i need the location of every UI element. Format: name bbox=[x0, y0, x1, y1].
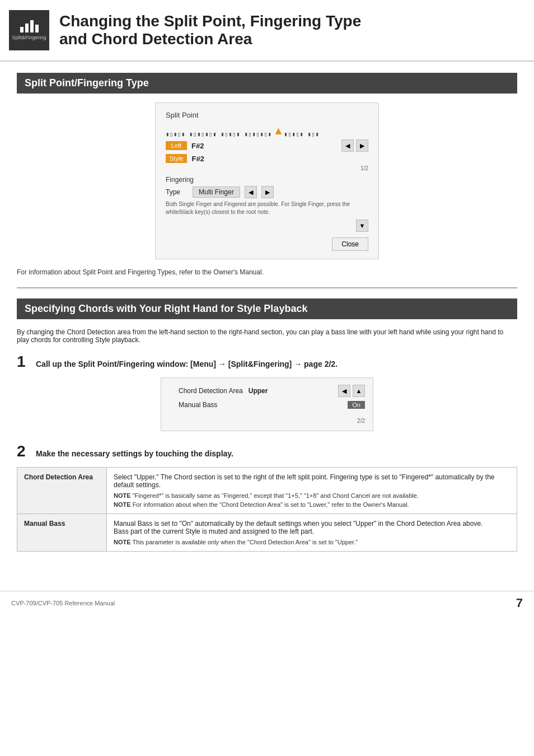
step2-number: 2 bbox=[17, 442, 28, 460]
step2-section: 2 Make the necessary settings by touchin… bbox=[17, 442, 517, 552]
left-split-row: Left F#2 ◀ ▶ bbox=[166, 139, 368, 152]
fingering-type-row: Type Multi Finger ◀ ▶ bbox=[166, 186, 368, 198]
bar2 bbox=[25, 24, 29, 32]
bar3 bbox=[30, 20, 34, 32]
separator bbox=[17, 287, 517, 288]
note2-chord: NOTE For information about when the "Cho… bbox=[114, 501, 510, 508]
icon-label: Split&Fingering bbox=[12, 35, 46, 41]
step2-description: Make the necessary settings by touching … bbox=[36, 449, 233, 458]
chord-detection-label: Chord Detection Area bbox=[179, 387, 243, 395]
up-arrow-btn[interactable]: ▲ bbox=[353, 385, 365, 397]
main-content: Split Point/Fingering Type Split Point ▮… bbox=[0, 62, 534, 574]
chord-detection-value: Upper bbox=[249, 387, 268, 395]
bar1 bbox=[20, 27, 24, 32]
title-line2: and Chord Detection Area bbox=[59, 30, 361, 48]
manual-bass-label: Manual Bass bbox=[179, 401, 217, 409]
step2-header: 2 Make the necessary settings by touchin… bbox=[17, 442, 517, 460]
desc-manual-bass: Manual Bass is set to "On" automatically… bbox=[107, 514, 517, 552]
type-nav-prev[interactable]: ◀ bbox=[245, 186, 257, 198]
split-point-title: Split Point bbox=[166, 111, 368, 119]
left-nav-next[interactable]: ▶ bbox=[356, 139, 368, 152]
param-chord-detection: Chord Detection Area bbox=[17, 468, 107, 514]
title-line1: Changing the Split Point, Fingering Type bbox=[59, 12, 361, 30]
fingering-section: Fingering Type Multi Finger ◀ ▶ Both Sin… bbox=[166, 176, 368, 216]
note1-manualbass: NOTE This parameter is available only wh… bbox=[114, 539, 510, 545]
page-number: 7 bbox=[516, 596, 523, 610]
style-value: F#2 bbox=[191, 155, 214, 163]
left-nav-prev[interactable]: ◀ bbox=[341, 139, 354, 152]
page-num-1: 1/2 bbox=[166, 165, 368, 171]
type-nav-next[interactable]: ▶ bbox=[261, 186, 274, 198]
section-icon: Split&Fingering bbox=[9, 10, 49, 50]
type-label: Type bbox=[166, 188, 188, 196]
key-visual: ▮▯▮▯▮ ▮▯▮▯▮▯▮ ▮▯▮▯▮ ▮▯▮▯▮▯▮ ▲ ▮▯▮▯▮ ▮▯▮ bbox=[166, 124, 320, 137]
table-row: Chord Detection Area Select "Upper." The… bbox=[17, 468, 517, 514]
close-button[interactable]: Close bbox=[332, 237, 368, 251]
left-button[interactable]: Left bbox=[166, 141, 187, 150]
split-marker: ▲ bbox=[273, 124, 284, 137]
manual-bass-value: On bbox=[348, 401, 365, 409]
table-row: Manual Bass Manual Bass is set to "On" a… bbox=[17, 514, 517, 552]
page-num-2: 2/2 bbox=[169, 418, 365, 424]
bar4 bbox=[35, 25, 39, 32]
split-point-panel: Split Point ▮▯▮▯▮ ▮▯▮▯▮▯▮ ▮▯▮▯▮ ▮▯▮▯▮▯▮ … bbox=[155, 102, 379, 259]
note1-chord: NOTE "Fingered*" is basically same as "F… bbox=[114, 492, 510, 499]
section1-footer-text: For information about Split Point and Fi… bbox=[17, 268, 517, 276]
param-manual-bass: Manual Bass bbox=[17, 514, 107, 552]
close-row: Close bbox=[166, 237, 368, 251]
desc-chord-detection: Select "Upper." The Chord section is set… bbox=[107, 468, 517, 514]
fingering-title: Fingering bbox=[166, 176, 368, 184]
page-footer: CVP-709/CVP-705 Reference Manual 7 bbox=[0, 591, 534, 615]
chord-nav-prev[interactable]: ◀ bbox=[338, 385, 350, 397]
step1-section: 1 Call up the Split Point/Fingering wind… bbox=[17, 353, 517, 431]
page-header: Split&Fingering Changing the Split Point… bbox=[0, 0, 534, 62]
style-button[interactable]: Style bbox=[166, 154, 187, 163]
step1-number: 1 bbox=[17, 353, 28, 371]
step1-header: 1 Call up the Split Point/Fingering wind… bbox=[17, 353, 517, 371]
manual-bass-row: Manual Bass On bbox=[169, 400, 365, 409]
section2-intro: By changing the Chord Detection area fro… bbox=[17, 328, 517, 344]
chord-detection-row: Chord Detection Area Upper ◀ ▶ bbox=[169, 385, 365, 397]
left-value: F#2 bbox=[191, 142, 214, 150]
manual-ref: CVP-709/CVP-705 Reference Manual bbox=[11, 600, 115, 606]
header-title: Changing the Split Point, Fingering Type… bbox=[59, 12, 361, 48]
piano-keys: ▮▯▮▯▮ ▮▯▮▯▮▯▮ ▮▯▮▯▮ ▮▯▮▯▮▯▮ ▲ ▮▯▮▯▮ ▮▯▮ bbox=[166, 123, 368, 137]
type-value: Multi Finger bbox=[193, 186, 240, 198]
bars-icon bbox=[20, 20, 39, 32]
chord-detection-panel: ▲ Chord Detection Area Upper ◀ ▶ Manual … bbox=[161, 377, 373, 431]
step1-description: Call up the Split Point/Fingering window… bbox=[36, 360, 338, 368]
section2-header: Specifying Chords with Your Right Hand f… bbox=[17, 298, 517, 319]
fingering-note: Both Single Finger and Fingered are poss… bbox=[166, 200, 368, 216]
scroll-down-btn[interactable]: ▼ bbox=[356, 220, 368, 232]
settings-table: Chord Detection Area Select "Upper." The… bbox=[17, 467, 517, 552]
section1-header: Split Point/Fingering Type bbox=[17, 73, 517, 94]
style-split-row: Style F#2 bbox=[166, 154, 368, 163]
